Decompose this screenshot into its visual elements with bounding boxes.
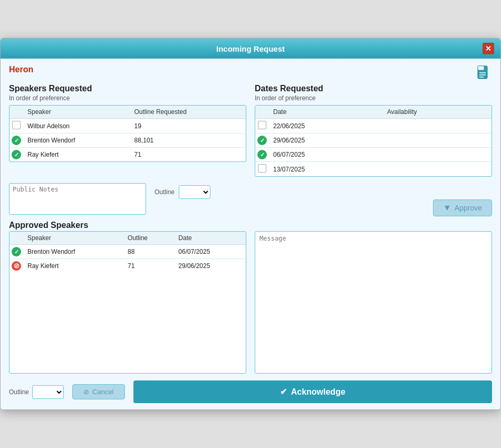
incoming-request-dialog: Incoming Request ✕ Heron Speakers Reques…	[0, 38, 501, 410]
approve-icon: ▼	[443, 203, 451, 213]
speakers-row[interactable]: ✓ Ray Kiefert 71	[9, 148, 246, 162]
public-notes-area	[9, 183, 146, 216]
approved-col-icon	[9, 232, 23, 245]
icon-cell: ✓	[9, 134, 23, 148]
speakers-section: Speakers Requested In order of preferenc…	[9, 84, 246, 177]
icon-cell: ✓	[9, 148, 23, 162]
acknowledge-label: Acknowledge	[291, 387, 345, 397]
speakers-col-outline: Outline Requested	[130, 106, 246, 119]
date-value: 06/07/2025	[174, 245, 246, 259]
date-value: 29/06/2025	[269, 134, 383, 148]
icon-cell: ✓	[255, 134, 269, 148]
availability-value	[383, 119, 492, 134]
row-icon	[258, 164, 266, 173]
speaker-name: Ray Kiefert	[23, 259, 123, 273]
dates-subtitle: In order of preference	[255, 94, 492, 102]
approved-table-container: Speaker Outline Date ✓ Brenton Wendorf 8…	[9, 231, 246, 374]
top-action-row: Outline ▼ Approve	[9, 183, 492, 216]
availability-value	[383, 148, 492, 162]
speakers-col-speaker: Speaker	[23, 106, 130, 119]
acknowledge-icon: ✔	[280, 387, 287, 397]
date-value: 06/07/2025	[269, 148, 383, 162]
speaker-name: Brenton Wendorf	[23, 134, 130, 148]
approved-section: Approved Speakers Speaker Outline Date	[9, 221, 492, 375]
speakers-subtitle: In order of preference	[9, 94, 246, 102]
dates-row[interactable]: ✓ 29/06/2025	[255, 134, 492, 148]
dialog-title: Incoming Request	[18, 44, 483, 53]
outline-value: 19	[130, 119, 246, 134]
dates-col-date: Date	[269, 106, 383, 119]
outline-value: 71	[123, 259, 174, 273]
dates-row[interactable]: 13/07/2025	[255, 162, 492, 177]
icon-cell	[255, 119, 269, 134]
approved-left: Speaker Outline Date ✓ Brenton Wendorf 8…	[9, 231, 246, 375]
date-value: 13/07/2025	[269, 162, 383, 177]
availability-value	[383, 162, 492, 177]
approved-right	[255, 231, 492, 375]
approved-table: Speaker Outline Date ✓ Brenton Wendorf 8…	[9, 232, 246, 273]
date-value: 29/06/2025	[174, 259, 246, 273]
title-bar: Incoming Request ✕	[1, 39, 500, 59]
approved-col-date: Date	[174, 232, 246, 245]
approved-col-outline: Outline	[123, 232, 174, 245]
row-icon	[258, 121, 266, 129]
availability-value	[383, 134, 492, 148]
check-icon: ✓	[257, 136, 267, 145]
outline-label-top: Outline	[155, 188, 175, 196]
dates-row[interactable]: ✓ 06/07/2025	[255, 148, 492, 162]
header-row: Heron	[9, 65, 492, 82]
dates-table: Date Availability 22/06/2025 ✓ 29/06/202…	[255, 106, 492, 176]
icon-cell: ✓	[9, 245, 23, 259]
approved-two-col: Speaker Outline Date ✓ Brenton Wendorf 8…	[9, 231, 492, 375]
row-icon	[12, 121, 21, 129]
approved-col-speaker: Speaker	[23, 232, 123, 245]
approved-row[interactable]: ✓ Brenton Wendorf 88 06/07/2025	[9, 245, 246, 259]
bottom-action-row: Outline ⊘ Cancel ✔ Acknowledge	[9, 380, 492, 403]
close-button[interactable]: ✕	[483, 43, 494, 54]
public-notes-input[interactable]	[9, 183, 146, 215]
dates-col-icon	[255, 106, 269, 119]
approve-label: Approve	[455, 204, 482, 212]
cancel-icon: ⊘	[12, 261, 21, 271]
speakers-row[interactable]: ✓ Brenton Wendorf 88,101	[9, 134, 246, 148]
dates-col-availability: Availability	[383, 106, 492, 119]
outline-select-top[interactable]	[179, 185, 210, 199]
outline-value: 88,101	[130, 134, 246, 148]
approve-button[interactable]: ▼ Approve	[433, 199, 492, 216]
dates-title: Dates Requested	[255, 84, 492, 93]
dates-row[interactable]: 22/06/2025	[255, 119, 492, 134]
cancel-icon: ⊘	[83, 388, 89, 396]
cancel-button[interactable]: ⊘ Cancel	[72, 384, 124, 399]
outline-row-top: Outline	[155, 185, 210, 199]
speakers-col-icon	[9, 106, 23, 119]
document-icon[interactable]	[475, 65, 492, 82]
speakers-row[interactable]: Wilbur Adelson 19	[9, 119, 246, 134]
check-icon: ✓	[12, 150, 21, 159]
outline-value: 71	[130, 148, 246, 162]
message-input[interactable]	[255, 231, 492, 374]
outline-label-bottom: Outline	[9, 388, 29, 396]
date-value: 22/06/2025	[269, 119, 383, 134]
check-icon: ✓	[12, 247, 21, 256]
speaker-name: Wilbur Adelson	[23, 119, 130, 134]
speakers-table-container: Speaker Outline Requested Wilbur Adelson…	[9, 105, 246, 162]
acknowledge-button[interactable]: ✔ Acknowledge	[133, 380, 493, 403]
check-icon: ✓	[257, 150, 267, 159]
entity-name: Heron	[9, 65, 33, 74]
outline-select-bottom[interactable]	[32, 385, 64, 399]
speakers-title: Speakers Requested	[9, 84, 246, 93]
speaker-name: Ray Kiefert	[23, 148, 130, 162]
icon-cell	[9, 119, 23, 134]
check-icon: ✓	[12, 136, 21, 145]
icon-cell: ✓	[255, 148, 269, 162]
dates-section: Dates Requested In order of preference D…	[255, 84, 492, 177]
outline-value: 88	[123, 245, 174, 259]
top-section: Speakers Requested In order of preferenc…	[9, 84, 492, 177]
cancel-label: Cancel	[92, 388, 113, 396]
svg-rect-1	[478, 66, 484, 70]
dates-table-container: Date Availability 22/06/2025 ✓ 29/06/202…	[255, 105, 492, 177]
icon-cell	[255, 162, 269, 177]
approved-title: Approved Speakers	[9, 221, 492, 230]
speaker-name: Brenton Wendorf	[23, 245, 123, 259]
approved-row[interactable]: ⊘ Ray Kiefert 71 29/06/2025	[9, 259, 246, 273]
